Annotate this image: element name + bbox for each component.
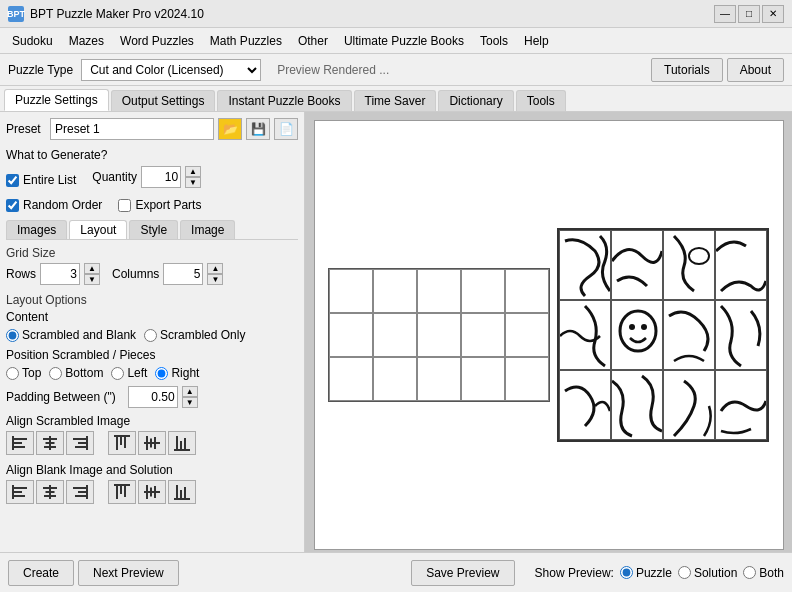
quantity-up-button[interactable]: ▲: [185, 166, 201, 177]
puzzle-type-label: Puzzle Type: [8, 63, 73, 77]
tab-instant-puzzle-books[interactable]: Instant Puzzle Books: [217, 90, 351, 111]
random-order-checkbox[interactable]: Random Order: [6, 198, 102, 212]
tab-output-settings[interactable]: Output Settings: [111, 90, 216, 111]
blank-grid: [328, 268, 550, 402]
align-top-button[interactable]: [108, 431, 136, 455]
preset-input[interactable]: [50, 118, 214, 140]
align-blank-right-button[interactable]: [66, 480, 94, 504]
menu-sudoku[interactable]: Sudoku: [4, 31, 61, 51]
align-scrambled-buttons: [6, 431, 298, 455]
columns-label: Columns: [112, 267, 159, 281]
svg-rect-33: [78, 491, 87, 493]
svg-rect-15: [114, 435, 130, 437]
solution-radio-label: Solution: [694, 566, 737, 580]
bottom-bar: Create Next Preview Save Preview Show Pr…: [0, 552, 792, 592]
position-top-option[interactable]: Top: [6, 366, 41, 380]
svg-rect-20: [176, 436, 178, 450]
columns-input[interactable]: [163, 263, 203, 285]
tab-layout[interactable]: Layout: [69, 220, 127, 239]
align-horizontal-group: [6, 431, 94, 455]
scrambled-only-option[interactable]: Scrambled Only: [144, 328, 245, 342]
align-blank-middle-button[interactable]: [138, 480, 166, 504]
minimize-button[interactable]: —: [714, 5, 736, 23]
show-preview-section: Show Preview: Puzzle Solution Both: [535, 566, 784, 580]
tab-time-saver[interactable]: Time Saver: [354, 90, 437, 111]
svg-rect-34: [75, 495, 87, 497]
svg-point-48: [689, 248, 709, 264]
align-middle-button[interactable]: [138, 431, 166, 455]
menu-other[interactable]: Other: [290, 31, 336, 51]
svg-rect-27: [12, 485, 14, 499]
svg-point-49: [620, 311, 656, 351]
generate-title: What to Generate?: [6, 148, 298, 162]
svg-rect-32: [73, 487, 87, 489]
layout-options-section: Layout Options Content Scrambled and Bla…: [6, 293, 298, 504]
align-vertical-group: [108, 431, 196, 455]
align-blank-bottom-button[interactable]: [168, 480, 196, 504]
position-bottom-option[interactable]: Bottom: [49, 366, 103, 380]
rows-down-button[interactable]: ▼: [84, 274, 100, 285]
rows-up-button[interactable]: ▲: [84, 263, 100, 274]
quantity-down-button[interactable]: ▼: [185, 177, 201, 188]
columns-item: Columns ▲ ▼: [112, 263, 223, 285]
left-label: Left: [127, 366, 147, 380]
align-center-button[interactable]: [36, 431, 64, 455]
position-left-option[interactable]: Left: [111, 366, 147, 380]
maximize-button[interactable]: □: [738, 5, 760, 23]
puzzle-radio-label: Puzzle: [636, 566, 672, 580]
svg-rect-44: [176, 485, 178, 499]
align-bottom-button[interactable]: [168, 431, 196, 455]
menu-mazes[interactable]: Mazes: [61, 31, 112, 51]
columns-down-button[interactable]: ▼: [207, 274, 223, 285]
tab-style[interactable]: Style: [129, 220, 178, 239]
svg-rect-2: [13, 446, 25, 448]
grid-row: Rows ▲ ▼ Columns ▲ ▼: [6, 263, 298, 285]
svg-rect-3: [12, 436, 14, 450]
tab-images[interactable]: Images: [6, 220, 67, 239]
align-left-button[interactable]: [6, 431, 34, 455]
position-right-option[interactable]: Right: [155, 366, 199, 380]
save-preset-button[interactable]: 💾: [246, 118, 270, 140]
preset-label: Preset: [6, 122, 46, 136]
padding-down-button[interactable]: ▼: [182, 397, 198, 408]
align-blank-left-button[interactable]: [6, 480, 34, 504]
menu-ultimate-puzzle-books[interactable]: Ultimate Puzzle Books: [336, 31, 472, 51]
puzzle-type-select[interactable]: Cut and Color (Licensed): [81, 59, 261, 81]
menu-help[interactable]: Help: [516, 31, 557, 51]
tab-puzzle-settings[interactable]: Puzzle Settings: [4, 89, 109, 111]
padding-up-button[interactable]: ▲: [182, 386, 198, 397]
menu-tools[interactable]: Tools: [472, 31, 516, 51]
about-button[interactable]: About: [727, 58, 784, 82]
menu-math-puzzles[interactable]: Math Puzzles: [202, 31, 290, 51]
padding-input[interactable]: [128, 386, 178, 408]
tab-dictionary[interactable]: Dictionary: [438, 90, 513, 111]
align-right-button[interactable]: [66, 431, 94, 455]
columns-up-button[interactable]: ▲: [207, 263, 223, 274]
quantity-input[interactable]: [141, 166, 181, 188]
scrambled-blank-option[interactable]: Scrambled and Blank: [6, 328, 136, 342]
save-as-preset-button[interactable]: 📄: [274, 118, 298, 140]
tutorials-button[interactable]: Tutorials: [651, 58, 723, 82]
align-blank-horizontal-group: [6, 480, 94, 504]
scrambled-blank-label: Scrambled and Blank: [22, 328, 136, 342]
open-preset-button[interactable]: 📂: [218, 118, 242, 140]
align-blank-center-button[interactable]: [36, 480, 64, 504]
scrambled-grid: [557, 228, 769, 442]
toolbar-left: Puzzle Type Cut and Color (Licensed) Pre…: [8, 59, 389, 81]
close-button[interactable]: ✕: [762, 5, 784, 23]
export-parts-label: Export Parts: [135, 198, 201, 212]
menu-word-puzzles[interactable]: Word Puzzles: [112, 31, 202, 51]
align-blank-top-button[interactable]: [108, 480, 136, 504]
quantity-label: Quantity: [92, 170, 137, 184]
next-preview-button[interactable]: Next Preview: [78, 560, 179, 586]
puzzle-radio-option[interactable]: Puzzle: [620, 566, 672, 580]
save-preview-button[interactable]: Save Preview: [411, 560, 514, 586]
export-parts-checkbox[interactable]: Export Parts: [118, 198, 201, 212]
tab-image[interactable]: Image: [180, 220, 235, 239]
tab-tools[interactable]: Tools: [516, 90, 566, 111]
rows-input[interactable]: [40, 263, 80, 285]
solution-radio-option[interactable]: Solution: [678, 566, 737, 580]
both-radio-option[interactable]: Both: [743, 566, 784, 580]
entire-list-checkbox[interactable]: Entire List: [6, 173, 76, 187]
create-button[interactable]: Create: [8, 560, 74, 586]
